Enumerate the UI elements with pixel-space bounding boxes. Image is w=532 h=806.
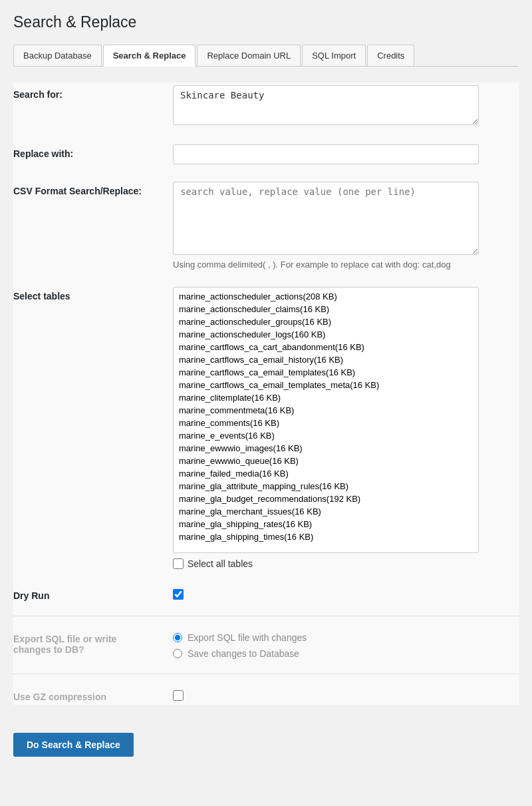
select-tables-control: marine_actionscheduler_actions(208 KB)ma… bbox=[173, 287, 519, 569]
gz-control bbox=[173, 688, 519, 701]
export-control: Export SQL file with changes Save change… bbox=[173, 630, 519, 659]
csv-input[interactable] bbox=[173, 182, 479, 255]
export-radio-group: Export SQL file with changes Save change… bbox=[173, 630, 519, 659]
csv-row: CSV Format Search/Replace: Using comma d… bbox=[13, 179, 519, 272]
replace-with-row: Replace with: Skincare Health and Beauty bbox=[13, 142, 519, 167]
gz-row: Use GZ compression bbox=[13, 685, 519, 705]
replace-with-label: Replace with: bbox=[13, 144, 173, 159]
export-option2-label: Save changes to Database bbox=[188, 648, 299, 659]
nav-tabs: Backup Database Search & Replace Replace… bbox=[13, 45, 519, 67]
page-title: Search & Replace bbox=[13, 13, 519, 34]
replace-with-control: Skincare Health and Beauty bbox=[173, 144, 519, 164]
dry-run-row: Dry Run bbox=[13, 584, 519, 604]
search-for-input[interactable]: Skincare Beauty bbox=[173, 85, 479, 125]
csv-help-text: Using comma delimited( , ). For example … bbox=[173, 260, 519, 270]
select-all-checkbox[interactable] bbox=[173, 558, 184, 569]
select-tables-label: Select tables bbox=[13, 287, 173, 302]
dry-run-control bbox=[173, 586, 519, 600]
gz-checkbox[interactable] bbox=[173, 690, 184, 701]
export-option1-radio[interactable] bbox=[173, 633, 182, 642]
tab-credits[interactable]: Credits bbox=[367, 45, 414, 66]
export-row: Export SQL file or write changes to DB? … bbox=[13, 627, 519, 662]
tables-select[interactable]: marine_actionscheduler_actions(208 KB)ma… bbox=[173, 287, 479, 553]
select-all-label[interactable]: Select all tables bbox=[188, 558, 253, 569]
do-search-replace-button[interactable]: Do Search & Replace bbox=[13, 733, 134, 757]
tab-search-replace[interactable]: Search & Replace bbox=[103, 45, 196, 67]
tab-sql-import[interactable]: SQL Import bbox=[302, 45, 366, 66]
csv-label: CSV Format Search/Replace: bbox=[13, 182, 173, 196]
select-tables-row: Select tables marine_actionscheduler_act… bbox=[13, 284, 519, 572]
export-option1-label: Export SQL file with changes bbox=[188, 632, 307, 643]
gz-label: Use GZ compression bbox=[13, 688, 173, 702]
dry-run-checkbox[interactable] bbox=[173, 589, 184, 600]
search-for-control: Skincare Beauty bbox=[173, 85, 519, 127]
search-for-row: Search for: Skincare Beauty bbox=[13, 83, 519, 130]
select-all-wrap: Select all tables bbox=[173, 558, 519, 569]
csv-control: Using comma delimited( , ). For example … bbox=[173, 182, 519, 270]
export-label: Export SQL file or write changes to DB? bbox=[13, 630, 173, 655]
export-option2-radio[interactable] bbox=[173, 649, 182, 658]
export-option2-item: Save changes to Database bbox=[173, 648, 519, 659]
export-option1-item: Export SQL file with changes bbox=[173, 632, 519, 643]
replace-with-input[interactable]: Skincare Health and Beauty bbox=[173, 144, 479, 164]
tab-backup-database[interactable]: Backup Database bbox=[13, 45, 102, 66]
tab-replace-domain-url[interactable]: Replace Domain URL bbox=[197, 45, 301, 66]
search-for-label: Search for: bbox=[13, 85, 173, 100]
dry-run-label: Dry Run bbox=[13, 586, 173, 601]
form-section: Search for: Skincare Beauty Replace with… bbox=[13, 83, 519, 705]
